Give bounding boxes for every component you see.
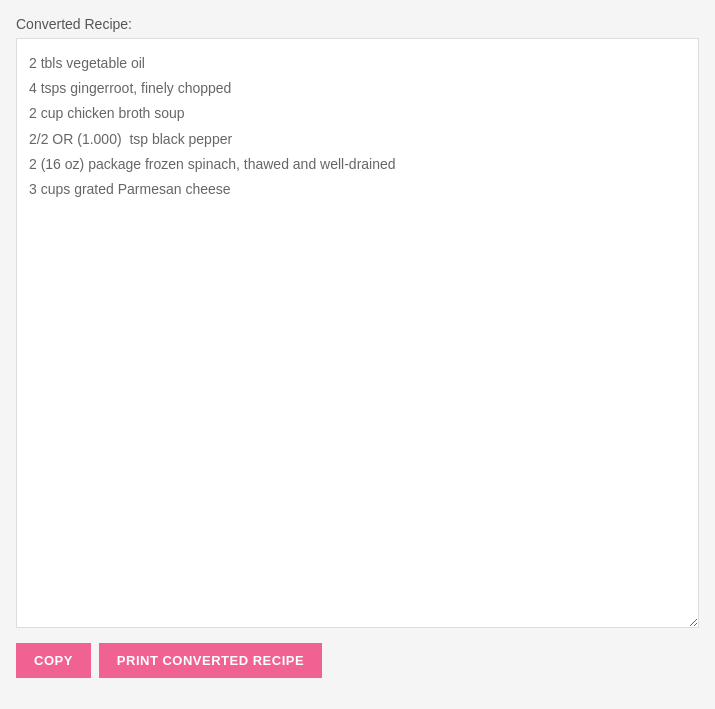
button-row: COPY PRINT CONVERTED RECIPE — [16, 643, 699, 678]
section-label: Converted Recipe: — [16, 16, 699, 32]
copy-button[interactable]: COPY — [16, 643, 91, 678]
print-button[interactable]: PRINT CONVERTED RECIPE — [99, 643, 322, 678]
recipe-textarea[interactable] — [16, 38, 699, 628]
